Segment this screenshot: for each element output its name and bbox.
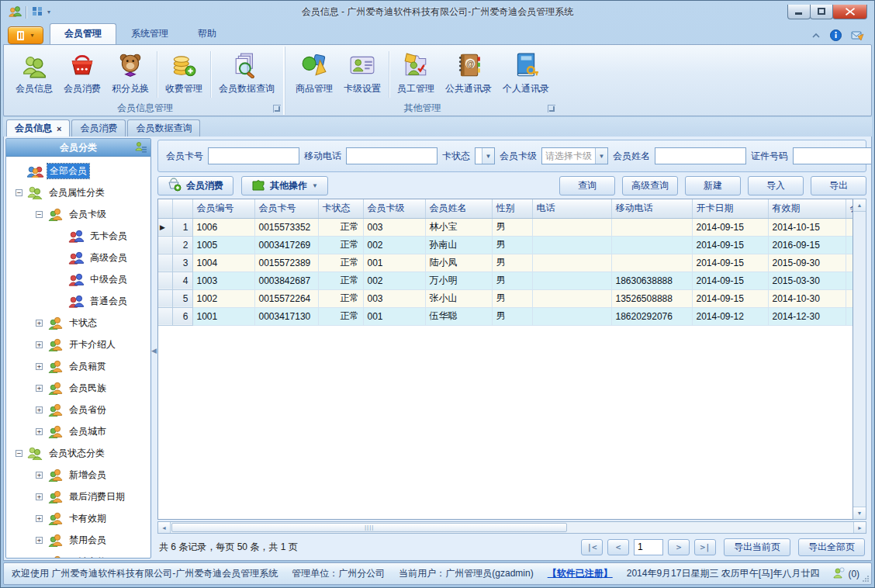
scroll-up-icon[interactable]: ▲ xyxy=(853,199,866,212)
tree-item-会员籍贯[interactable]: +会员籍贯 xyxy=(6,355,150,377)
collapse-icon[interactable]: − xyxy=(36,211,43,218)
column-header-会员卡级[interactable]: 会员卡级 xyxy=(363,199,425,218)
expand-icon[interactable]: + xyxy=(36,406,43,413)
expand-icon[interactable]: + xyxy=(36,341,43,348)
expand-icon[interactable]: + xyxy=(36,493,43,500)
table-row[interactable]: 210050003417269正常002孙南山男2014-09-152016-0… xyxy=(158,236,853,254)
column-header-有效期[interactable]: 有效期 xyxy=(768,199,846,218)
expand-icon[interactable]: + xyxy=(36,363,43,370)
info-icon[interactable] xyxy=(830,29,842,41)
table-row[interactable]: 310040015572389正常001陆小凤男2014-09-152015-0… xyxy=(158,254,853,272)
vertical-scrollbar[interactable]: ▲ ▼ xyxy=(853,199,866,520)
table-row[interactable]: 610010003417130正常001伍华聪男186202920762014-… xyxy=(158,307,853,325)
tab-close-icon[interactable]: × xyxy=(57,124,61,133)
horizontal-scrollbar[interactable]: ◄ ► xyxy=(157,521,866,534)
column-header-电话[interactable]: 电话 xyxy=(532,199,611,218)
column-header-性别[interactable]: 性别 xyxy=(492,199,532,218)
column-header-会员编号[interactable]: 会员编号 xyxy=(192,199,254,218)
tree-item-会员卡级[interactable]: −会员卡级 xyxy=(6,203,150,225)
quick-access-caret-icon[interactable]: ▾ xyxy=(47,9,50,16)
filter-input-会员姓名[interactable] xyxy=(655,147,746,164)
user-status-icon[interactable] xyxy=(833,567,845,581)
toolbar-button-其他操作[interactable]: 其他操作▼ xyxy=(241,176,328,195)
table-row[interactable]: 410030003842687正常002万小明男186306388882014-… xyxy=(158,272,853,289)
table-row[interactable]: ▶110060015573352正常003林小宝男2014-09-152014-… xyxy=(158,218,853,236)
ribbon-button-卡级设置[interactable]: 卡级设置 xyxy=(338,48,386,101)
column-header-会员卡号[interactable]: 会员卡号 xyxy=(254,199,318,218)
ribbon-button-会员数据查询[interactable]: 会员数据查询 xyxy=(213,48,280,101)
ribbon-tab-帮助[interactable]: 帮助 xyxy=(183,23,231,44)
collapse-icon[interactable]: − xyxy=(16,450,22,457)
splitter-collapse-arrow[interactable]: ◀ xyxy=(151,342,157,359)
toolbar-button-新建[interactable]: 新建 xyxy=(685,176,741,195)
minimize-button[interactable] xyxy=(787,5,811,19)
tree-item-中级会员[interactable]: 中级会员 xyxy=(6,268,150,290)
dialog-launcher-icon[interactable] xyxy=(273,105,281,112)
tree-item-开卡介绍人[interactable]: +开卡介绍人 xyxy=(6,334,150,355)
document-tab-会员数据查询[interactable]: 会员数据查询 xyxy=(127,119,200,137)
tree-item-最后消费日期[interactable]: +最后消费日期 xyxy=(6,486,150,507)
document-tab-会员消费[interactable]: 会员消费 xyxy=(71,119,126,137)
maximize-button[interactable] xyxy=(810,5,833,19)
ribbon-button-个人通讯录[interactable]: 个人通讯录 xyxy=(497,48,555,101)
ribbon-button-会员信息[interactable]: 会员信息 xyxy=(10,48,58,101)
export-current-page-button[interactable]: 导出当前页 xyxy=(724,538,790,556)
tree-item-高级会员[interactable]: 高级会员 xyxy=(6,247,150,268)
application-menu-button[interactable]: ▾ xyxy=(8,26,43,44)
ribbon-tab-系统管理[interactable]: 系统管理 xyxy=(116,23,183,44)
ribbon-button-积分兑换[interactable]: 积分兑换 xyxy=(106,48,154,101)
prev-page-button[interactable]: < xyxy=(607,539,629,555)
tree-item-卡状态[interactable]: +卡状态 xyxy=(6,312,150,334)
resize-grip[interactable] xyxy=(861,574,869,582)
toolbar-button-导入[interactable]: 导入 xyxy=(748,176,804,195)
expand-icon[interactable]: + xyxy=(36,320,43,327)
tree-item-会员民族[interactable]: +会员民族 xyxy=(6,377,150,399)
column-header-开卡日期[interactable]: 开卡日期 xyxy=(692,199,768,218)
filter-select-会员卡级[interactable]: 请选择卡级▼ xyxy=(541,147,608,164)
column-header-卡状态[interactable]: 卡状态 xyxy=(318,199,363,218)
ribbon-button-员工管理[interactable]: 员工管理 xyxy=(392,48,440,101)
collapse-ribbon-icon[interactable] xyxy=(811,33,821,39)
column-header-会员姓名[interactable]: 会员姓名 xyxy=(425,199,492,218)
toolbar-button-高级查询[interactable]: 高级查询 xyxy=(622,176,678,195)
ribbon-button-公共通讯录[interactable]: @公共通讯录 xyxy=(440,48,497,101)
column-header-会员[interactable]: 会员 xyxy=(846,199,853,218)
dialog-launcher-icon[interactable] xyxy=(548,105,555,112)
expand-icon[interactable]: + xyxy=(36,385,43,392)
ribbon-button-商品管理[interactable]: 商品管理 xyxy=(290,48,338,101)
filter-select-卡状态[interactable]: ▼ xyxy=(475,147,495,164)
expand-icon[interactable]: + xyxy=(36,428,43,435)
toolbar-button-会员消费[interactable]: 会员消费 xyxy=(157,176,233,195)
ribbon-button-会员消费[interactable]: 会员消费 xyxy=(58,48,106,101)
next-page-button[interactable]: > xyxy=(668,539,690,555)
first-page-button[interactable]: |< xyxy=(581,539,603,555)
tree-item-会员属性分类[interactable]: −会员属性分类 xyxy=(6,182,150,203)
tree-item-会员省份[interactable]: +会员省份 xyxy=(6,399,150,420)
expand-icon[interactable]: + xyxy=(36,515,43,522)
tree-item-无卡会员[interactable]: 无卡会员 xyxy=(6,225,150,247)
tree-item-禁用会员[interactable]: +禁用会员 xyxy=(6,529,150,551)
close-button[interactable] xyxy=(832,5,867,19)
filter-input-移动电话[interactable] xyxy=(346,147,438,164)
table-row[interactable]: 510020015572264正常003张小山男135265088882014-… xyxy=(158,289,853,307)
column-header-移动电话[interactable]: 移动电话 xyxy=(611,199,692,218)
registered-link[interactable]: 【软件已注册】 xyxy=(548,567,613,580)
tree-item-会员状态分类[interactable]: −会员状态分类 xyxy=(6,442,150,464)
document-tab-会员信息[interactable]: 会员信息× xyxy=(6,119,70,137)
filter-input-证件号码[interactable] xyxy=(793,147,872,164)
expand-icon[interactable]: + xyxy=(36,537,43,544)
collapse-icon[interactable]: − xyxy=(16,189,22,196)
chevron-down-icon[interactable]: ▼ xyxy=(595,148,607,164)
chevron-down-icon[interactable]: ▼ xyxy=(482,148,494,164)
tree-item-会员城市[interactable]: +会员城市 xyxy=(6,420,150,442)
tree-item-全部会员[interactable]: 全部会员 xyxy=(6,160,150,182)
toolbar-button-查询[interactable]: 查询 xyxy=(559,176,615,195)
tree-item-累计充值[interactable]: +累计充值 xyxy=(6,551,150,558)
tree-item-普通会员[interactable]: 普通会员 xyxy=(6,290,150,312)
scroll-left-icon[interactable]: ◄ xyxy=(158,522,171,533)
export-all-pages-button[interactable]: 导出全部页 xyxy=(798,538,865,556)
scrollbar-thumb[interactable] xyxy=(171,523,567,532)
mail-send-icon[interactable] xyxy=(851,30,864,41)
scroll-down-icon[interactable]: ▼ xyxy=(853,507,866,519)
toolbar-button-导出[interactable]: 导出 xyxy=(811,176,866,195)
